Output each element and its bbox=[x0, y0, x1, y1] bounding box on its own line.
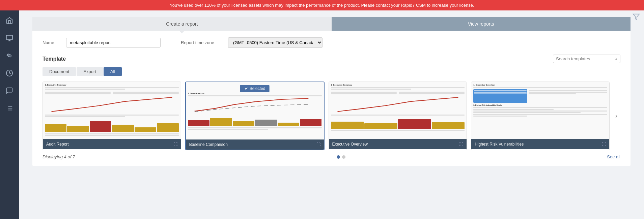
sidebar-icon-home[interactable] bbox=[3, 14, 16, 27]
card-name-highest-risk: Highest Risk Vulnerabilities bbox=[475, 142, 524, 147]
timezone-select[interactable]: (GMT -0500) Eastern Time (US & Canada) bbox=[228, 37, 323, 48]
svg-line-13 bbox=[617, 59, 617, 60]
report-tabs: Create a report View reports bbox=[32, 17, 631, 31]
fullscreen-icon-executive[interactable]: ⛶ bbox=[459, 142, 463, 147]
card-footer-executive: Executive Overview ⛶ bbox=[329, 139, 467, 149]
pagination-dots bbox=[337, 155, 345, 159]
see-all-link[interactable]: See all bbox=[607, 154, 620, 159]
template-cards-wrapper: 1. Executive Summary bbox=[43, 82, 620, 150]
name-label: Name bbox=[43, 40, 59, 45]
card-thumbnail-executive: 1. Executive Summary bbox=[329, 82, 467, 139]
card-name-executive: Executive Overview bbox=[332, 142, 368, 147]
card-thumbnail-audit: 1. Executive Summary bbox=[43, 82, 181, 139]
template-search-input[interactable] bbox=[556, 56, 613, 61]
fullscreen-icon-audit[interactable]: ⛶ bbox=[173, 142, 177, 147]
template-search-box[interactable] bbox=[553, 55, 620, 63]
sidebar bbox=[0, 10, 19, 219]
template-tab-all[interactable]: All bbox=[104, 67, 122, 76]
pagination-row: Displaying 4 of 7 See all bbox=[43, 154, 620, 159]
tab-view-reports[interactable]: View reports bbox=[332, 17, 631, 31]
card-name-baseline: Baseline Comparison bbox=[189, 142, 228, 147]
filter-icon[interactable] bbox=[633, 13, 640, 22]
template-card-executive[interactable]: 1. Executive Summary bbox=[329, 82, 467, 150]
card-footer-audit: Audit Report ⛶ bbox=[43, 139, 181, 149]
selected-badge: Selected bbox=[240, 85, 270, 92]
pagination-dot-1[interactable] bbox=[337, 155, 340, 159]
timezone-label: Report time zone bbox=[181, 40, 221, 45]
template-tab-document[interactable]: Document bbox=[43, 67, 76, 76]
main-content: Create a report View reports Name Report… bbox=[19, 10, 644, 219]
card-thumbnail-highest-risk: 1. Executive Overview bbox=[471, 82, 609, 139]
template-section: Template Document Export All bbox=[43, 55, 620, 159]
card-footer-baseline: Baseline Comparison ⛶ bbox=[186, 139, 324, 150]
template-tab-export[interactable]: Export bbox=[77, 67, 103, 76]
card-thumbnail-baseline: Selected 2. Trend Analysis bbox=[186, 82, 324, 139]
card-footer-highest-risk: Highest Risk Vulnerabilities ⛶ bbox=[471, 139, 609, 149]
tab-create-report[interactable]: Create a report bbox=[32, 17, 332, 31]
template-card-baseline[interactable]: Selected 2. Trend Analysis bbox=[185, 82, 325, 150]
selected-label: Selected bbox=[250, 86, 265, 91]
template-card-audit-report[interactable]: 1. Executive Summary bbox=[43, 82, 181, 150]
license-banner: You've used over 110% of your licensed a… bbox=[0, 0, 644, 10]
report-name-input[interactable] bbox=[66, 38, 161, 48]
sidebar-icon-monitor[interactable] bbox=[3, 32, 16, 44]
template-tabs: Document Export All bbox=[43, 67, 620, 76]
sidebar-icon-list[interactable] bbox=[3, 102, 16, 114]
template-card-highest-risk[interactable]: 1. Executive Overview bbox=[471, 82, 610, 150]
search-icon bbox=[615, 57, 617, 61]
sidebar-icon-flag[interactable] bbox=[3, 67, 16, 79]
banner-text: You've used over 110% of your licensed a… bbox=[170, 3, 474, 8]
svg-point-3 bbox=[9, 55, 10, 56]
svg-rect-0 bbox=[6, 35, 12, 40]
template-cards-container: 1. Executive Summary bbox=[43, 82, 610, 150]
card-name-audit: Audit Report bbox=[46, 142, 69, 147]
svg-point-12 bbox=[615, 58, 617, 60]
svg-marker-11 bbox=[633, 14, 639, 20]
template-title: Template bbox=[43, 56, 66, 62]
pagination-text: Displaying 4 of 7 bbox=[43, 154, 75, 159]
report-form: Name Report time zone (GMT -0500) Easter… bbox=[32, 31, 631, 166]
fullscreen-icon-highest-risk[interactable]: ⛶ bbox=[602, 142, 606, 147]
cards-next-chevron[interactable]: › bbox=[612, 112, 620, 120]
pagination-dot-2[interactable] bbox=[342, 155, 345, 159]
sidebar-icon-biohazard[interactable] bbox=[3, 50, 16, 62]
fullscreen-icon-baseline[interactable]: ⛶ bbox=[316, 142, 320, 147]
sidebar-icon-chat[interactable] bbox=[3, 85, 16, 97]
